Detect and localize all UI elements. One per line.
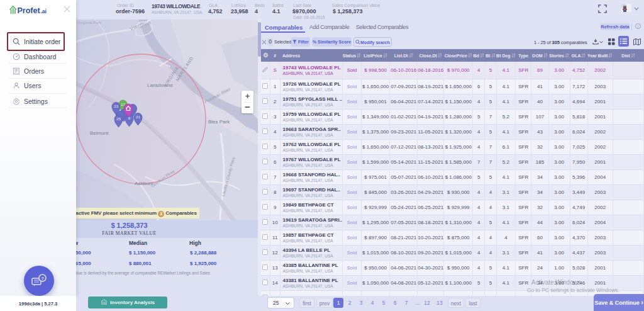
svg-text:21: 21 xyxy=(136,115,140,119)
svg-text:25: 25 xyxy=(116,116,121,121)
svg-text:.ai: .ai xyxy=(41,8,47,14)
svg-text:23: 23 xyxy=(114,104,118,108)
svg-text:?: ? xyxy=(41,276,44,281)
svg-text:Profet: Profet xyxy=(18,6,41,15)
